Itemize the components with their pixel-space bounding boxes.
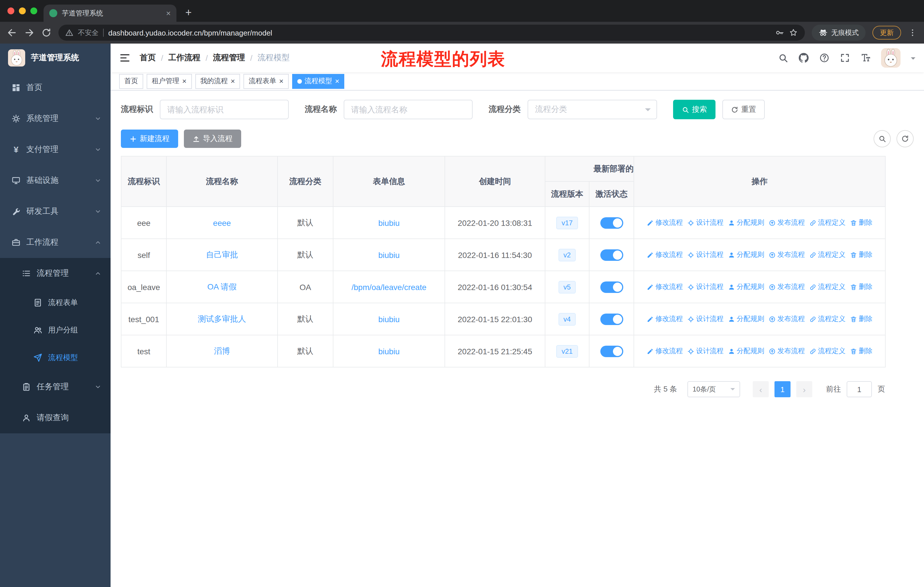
assign-rule-link[interactable]: 分配规则 [728, 314, 764, 324]
form-info-link[interactable]: biubiu [378, 218, 400, 227]
active-toggle[interactable] [600, 217, 623, 228]
publish-process-link[interactable]: 发布流程 [769, 250, 805, 260]
process-name-link[interactable]: 滔博 [214, 346, 230, 355]
close-icon[interactable]: × [166, 9, 171, 17]
process-name-link[interactable]: 自己审批 [206, 250, 238, 259]
sidebar-item-devtools[interactable]: 研发工具 [0, 196, 111, 227]
reset-button[interactable]: 重置 [723, 100, 765, 119]
delete-process-link[interactable]: 删除 [850, 314, 873, 324]
avatar[interactable] [881, 48, 901, 68]
sidebar-item-leave-query[interactable]: 请假查询 [0, 402, 111, 433]
process-definition-link[interactable]: 流程定义 [809, 282, 845, 292]
forward-icon[interactable] [24, 28, 35, 38]
process-key-input[interactable] [160, 100, 289, 119]
process-definition-link[interactable]: 流程定义 [809, 250, 845, 260]
breadcrumb-item[interactable]: 流程管理 [213, 53, 245, 63]
sidebar-item-process-mgmt[interactable]: 流程管理 [0, 258, 111, 289]
tag-process-form[interactable]: 流程表单× [243, 74, 289, 89]
publish-process-link[interactable]: 发布流程 [769, 218, 805, 228]
goto-page-input[interactable] [846, 381, 872, 397]
close-icon[interactable]: × [231, 78, 235, 85]
form-info-link[interactable]: biubiu [378, 314, 400, 324]
tag-process-model[interactable]: 流程模型× [292, 74, 345, 89]
breadcrumb-item[interactable]: 首页 [140, 53, 156, 63]
key-icon[interactable] [775, 28, 784, 37]
form-info-link[interactable]: biubiu [378, 250, 400, 260]
design-process-link[interactable]: 设计流程 [687, 218, 723, 228]
process-definition-link[interactable]: 流程定义 [809, 218, 845, 228]
active-toggle[interactable] [600, 346, 623, 357]
assign-rule-link[interactable]: 分配规则 [728, 346, 764, 356]
breadcrumb-item[interactable]: 工作流程 [168, 53, 201, 63]
design-process-link[interactable]: 设计流程 [687, 314, 723, 324]
delete-process-link[interactable]: 删除 [850, 250, 873, 260]
active-toggle[interactable] [600, 249, 623, 261]
close-icon[interactable]: × [335, 78, 340, 85]
process-name-link[interactable]: OA 请假 [207, 282, 237, 291]
sidebar-item-infra[interactable]: 基础设施 [0, 165, 111, 196]
reload-icon[interactable] [41, 28, 51, 38]
refresh-table-button[interactable] [896, 130, 914, 147]
font-size-icon[interactable] [860, 53, 871, 63]
form-info-link[interactable]: biubiu [378, 347, 400, 356]
address-bar[interactable]: 不安全 dashboard.yudao.iocoder.cn/bpm/manag… [58, 25, 805, 41]
process-name-link[interactable]: 测试多审批人 [198, 314, 246, 323]
search-icon[interactable] [778, 53, 788, 63]
design-process-link[interactable]: 设计流程 [687, 282, 723, 292]
star-icon[interactable] [789, 28, 798, 37]
new-tab-button[interactable]: + [181, 5, 196, 20]
process-definition-link[interactable]: 流程定义 [809, 346, 845, 356]
fullscreen-icon[interactable] [840, 53, 850, 63]
close-icon[interactable]: × [182, 78, 186, 85]
assign-rule-link[interactable]: 分配规则 [728, 218, 764, 228]
sidebar-item-workflow[interactable]: 工作流程 [0, 227, 111, 258]
category-select[interactable]: 流程分类 [528, 100, 657, 119]
tag-my-process[interactable]: 我的流程× [195, 74, 240, 89]
sidebar-item-process-model[interactable]: 流程模型 [0, 344, 111, 372]
process-definition-link[interactable]: 流程定义 [809, 314, 845, 324]
delete-process-link[interactable]: 删除 [850, 282, 873, 292]
assign-rule-link[interactable]: 分配规则 [728, 250, 764, 260]
design-process-link[interactable]: 设计流程 [687, 346, 723, 356]
close-window-button[interactable] [7, 7, 14, 14]
page-1-button[interactable]: 1 [774, 381, 790, 397]
hamburger-icon[interactable] [119, 52, 130, 64]
delete-process-link[interactable]: 删除 [850, 346, 873, 356]
update-browser-button[interactable]: 更新 [873, 26, 901, 40]
sidebar-item-system[interactable]: 系统管理 [0, 103, 111, 134]
publish-process-link[interactable]: 发布流程 [769, 346, 805, 356]
prev-page-button[interactable]: ‹ [753, 381, 769, 397]
sidebar-item-home[interactable]: 首页 [0, 72, 111, 103]
sidebar-item-process-form[interactable]: 流程表单 [0, 289, 111, 316]
toggle-search-button[interactable] [874, 130, 891, 147]
page-size-select[interactable]: 10条/页 [687, 381, 740, 397]
modify-process-link[interactable]: 修改流程 [647, 346, 683, 356]
modify-process-link[interactable]: 修改流程 [647, 250, 683, 260]
modify-process-link[interactable]: 修改流程 [647, 218, 683, 228]
modify-process-link[interactable]: 修改流程 [647, 314, 683, 324]
menu-dots-icon[interactable] [908, 28, 917, 37]
sidebar-item-payment[interactable]: ¥ 支付管理 [0, 134, 111, 165]
assign-rule-link[interactable]: 分配规则 [728, 282, 764, 292]
app-logo[interactable]: 芋道管理系统 [0, 43, 111, 72]
back-icon[interactable] [7, 28, 17, 38]
minimize-window-button[interactable] [19, 7, 26, 14]
close-icon[interactable]: × [279, 78, 283, 85]
active-toggle[interactable] [600, 313, 623, 325]
question-icon[interactable] [819, 53, 830, 63]
form-info-link[interactable]: /bpm/oa/leave/create [351, 282, 426, 291]
browser-tab[interactable]: 芋道管理系统 × [43, 5, 177, 22]
delete-process-link[interactable]: 删除 [850, 218, 873, 228]
design-process-link[interactable]: 设计流程 [687, 250, 723, 260]
next-page-button[interactable]: › [796, 381, 812, 397]
sidebar-item-task-mgmt[interactable]: 任务管理 [0, 372, 111, 402]
process-name-input[interactable] [344, 100, 473, 119]
modify-process-link[interactable]: 修改流程 [647, 282, 683, 292]
github-icon[interactable] [799, 53, 809, 63]
search-button[interactable]: 搜索 [673, 100, 716, 119]
import-process-button[interactable]: 导入流程 [184, 129, 241, 148]
publish-process-link[interactable]: 发布流程 [769, 314, 805, 324]
tag-tenant[interactable]: 租户管理× [147, 74, 191, 89]
process-name-link[interactable]: eeee [213, 218, 231, 227]
tag-home[interactable]: 首页 [119, 74, 143, 89]
